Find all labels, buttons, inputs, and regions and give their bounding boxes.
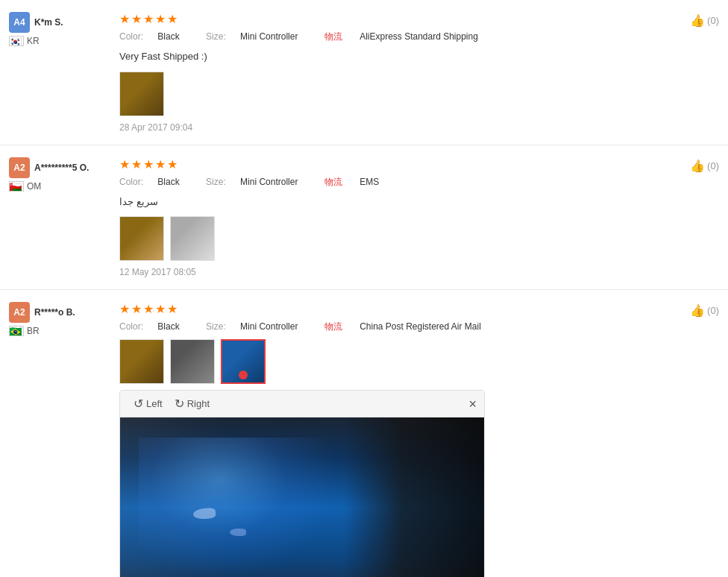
country-row-1: KR	[9, 36, 40, 46]
review-img-3-1[interactable]	[119, 339, 164, 384]
star-1-2: ★	[131, 12, 142, 26]
username-3: R*****o B.	[34, 307, 75, 318]
star-3-3: ★	[143, 302, 154, 316]
review-content-1: ★ ★ ★ ★ ★ Color: Black Size: Mini Contro…	[113, 12, 674, 133]
flag-3	[9, 326, 24, 336]
color-meta-2: Color: Black	[119, 177, 194, 187]
review-content-2: ★ ★ ★ ★ ★ Color: Black Size: Mini Contro…	[113, 157, 674, 278]
like-btn-1[interactable]: 👍 (0)	[690, 13, 719, 28]
like-count-2: (0)	[707, 160, 719, 171]
review-img-1-1[interactable]	[119, 72, 164, 116]
reviewer-col-3: A2 R*****o B. BR	[9, 302, 113, 577]
country-label-2: OM	[27, 181, 41, 192]
like-icon-2: 👍	[690, 159, 705, 173]
review-meta-3: Color: Black Size: Mini Controller 物流 Ch…	[119, 321, 668, 333]
review-content-3: ★ ★ ★ ★ ★ Color: Black Size: Mini Contro…	[113, 302, 674, 577]
review-img-2-1[interactable]	[119, 216, 164, 261]
star-1-1: ★	[119, 12, 130, 26]
star-3-1: ★	[119, 302, 130, 316]
country-label-1: KR	[27, 36, 40, 46]
star-2-3: ★	[143, 157, 154, 171]
star-1-4: ★	[155, 12, 166, 26]
stars-2: ★ ★ ★ ★ ★	[119, 157, 668, 171]
right-label: Right	[187, 398, 210, 409]
star-3-2: ★	[131, 302, 142, 316]
avatar-3: A2	[9, 302, 30, 323]
review-img-3-3[interactable]	[221, 339, 266, 384]
avatar-1: A4	[9, 12, 30, 33]
flag-2	[9, 181, 24, 192]
avatar-row-1: A4 K*m S.	[9, 12, 63, 33]
review-date-1: 28 Apr 2017 09:04	[119, 122, 668, 133]
username-2: A*********5 O.	[34, 163, 89, 173]
like-btn-2[interactable]: 👍 (0)	[690, 159, 719, 173]
preview-toolbar: ↺ Left ↻ Right ×	[120, 391, 484, 417]
size-meta-3: Size: Mini Controller	[206, 321, 313, 332]
left-label: Left	[146, 398, 163, 409]
like-btn-3[interactable]: 👍 (0)	[690, 303, 719, 318]
star-2-5: ★	[167, 157, 178, 171]
star-2-1: ★	[119, 157, 130, 171]
avatar-row-3: A2 R*****o B.	[9, 302, 75, 323]
size-meta-2: Size: Mini Controller	[206, 177, 313, 187]
rotate-right-icon: ↻	[175, 397, 184, 411]
color-meta-1: Color: Black	[119, 31, 194, 42]
star-2-2: ★	[131, 157, 142, 171]
star-2-4: ★	[155, 157, 166, 171]
review-date-2: 12 May 2017 08:05	[119, 267, 668, 277]
review-images-3	[119, 339, 668, 384]
country-row-3: BR	[9, 326, 40, 336]
review-item-1: A4 K*m S. KR ★ ★ ★ ★ ★ Color: Black Size…	[0, 0, 728, 145]
reviewer-col-2: A2 A*********5 O. OM	[9, 157, 113, 278]
country-row-2: OM	[9, 181, 41, 192]
like-col-3: 👍 (0)	[674, 302, 719, 577]
review-images-1	[119, 72, 668, 116]
review-meta-2: Color: Black Size: Mini Controller 物流 EM…	[119, 176, 668, 189]
review-text-2: سريع جدا	[119, 195, 668, 209]
star-1-5: ★	[167, 12, 178, 26]
color-meta-3: Color: Black	[119, 321, 194, 332]
wall-texture	[120, 417, 485, 577]
close-icon: ×	[468, 397, 477, 412]
review-meta-1: Color: Black Size: Mini Controller 物流 Al…	[119, 31, 668, 43]
stars-1: ★ ★ ★ ★ ★	[119, 12, 668, 26]
review-images-2	[119, 216, 668, 261]
reviewer-col-1: A4 K*m S. KR	[9, 12, 113, 133]
rotate-right-button[interactable]: ↻ Right	[169, 395, 216, 412]
star-3-5: ★	[167, 302, 178, 316]
shipping-meta-2: 物流 EMS	[324, 177, 391, 187]
image-preview-panel: ↺ Left ↻ Right ×	[119, 390, 485, 577]
country-label-3: BR	[27, 326, 40, 336]
close-preview-button[interactable]: ×	[468, 397, 477, 411]
avatar-row-2: A2 A*********5 O.	[9, 157, 89, 178]
review-img-3-2[interactable]	[170, 339, 215, 384]
preview-image-area	[120, 417, 485, 577]
avatar-2: A2	[9, 157, 30, 178]
review-img-2-2[interactable]	[170, 216, 215, 261]
rotate-left-icon: ↺	[134, 397, 143, 411]
like-icon-1: 👍	[690, 13, 705, 28]
star-3-4: ★	[155, 302, 166, 316]
stars-3: ★ ★ ★ ★ ★	[119, 302, 668, 316]
review-text-1: Very Fast Shipped :)	[119, 49, 668, 64]
like-count-1: (0)	[707, 15, 719, 26]
like-count-3: (0)	[707, 305, 719, 316]
flag-1	[9, 36, 24, 46]
shipping-meta-1: 物流 AliExpress Standard Shipping	[324, 31, 490, 42]
review-item-3: A2 R*****o B. BR ★ ★ ★ ★ ★ Color: Black …	[0, 290, 728, 577]
review-item-2: A2 A*********5 O. OM ★ ★ ★ ★ ★ Color: Bl…	[0, 145, 728, 291]
rotate-left-button[interactable]: ↺ Left	[128, 395, 169, 412]
username-1: K*m S.	[34, 17, 63, 28]
shipping-meta-3: 物流 China Post Registered Air Mail	[324, 321, 493, 332]
like-icon-3: 👍	[690, 303, 705, 318]
image-preview-section: ↺ Left ↻ Right ×	[119, 390, 668, 577]
star-1-3: ★	[143, 12, 154, 26]
like-col-1: 👍 (0)	[674, 12, 719, 133]
like-col-2: 👍 (0)	[674, 157, 719, 278]
size-meta-1: Size: Mini Controller	[206, 31, 313, 42]
